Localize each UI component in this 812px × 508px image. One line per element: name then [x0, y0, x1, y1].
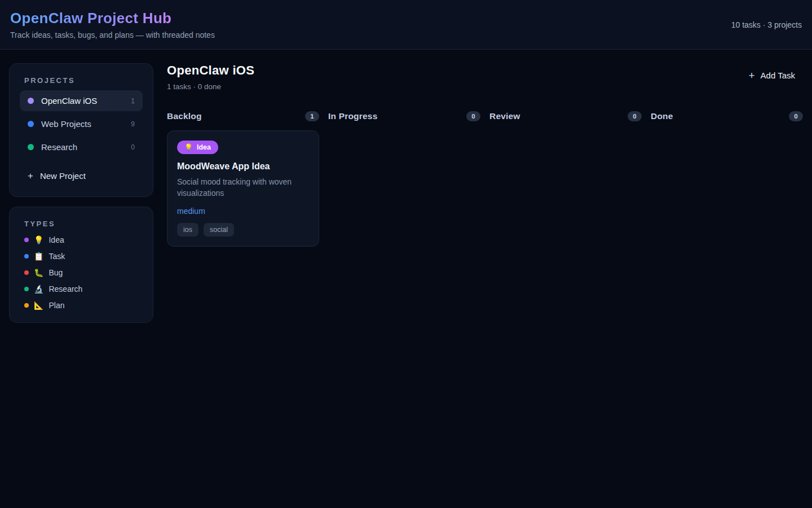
board-header: OpenClaw iOS 1 tasks · 0 done + Add Task [167, 63, 803, 91]
type-item-bug: 🐛 Bug [20, 268, 143, 277]
board: OpenClaw iOS 1 tasks · 0 done + Add Task… [167, 63, 803, 247]
column-backlog: Backlog 1 💡 Idea MoodWeave App Idea Soci… [167, 111, 319, 247]
plus-icon: + [28, 171, 33, 181]
type-label: Research [48, 284, 82, 294]
lightbulb-icon: 💡 [34, 236, 43, 244]
app-subtitle: Track ideas, tasks, bugs, and plans — wi… [10, 30, 215, 40]
type-item-research: 🔬 Research [20, 284, 143, 294]
project-name: Research [41, 142, 77, 152]
app-header: OpenClaw Project Hub Track ideas, tasks,… [0, 0, 812, 50]
type-label: Plan [48, 301, 64, 310]
project-name: Web Projects [41, 119, 91, 129]
project-count: 9 [131, 120, 135, 128]
column-name: Done [651, 111, 673, 121]
sidebar-item-web-projects[interactable]: Web Projects 9 [20, 113, 143, 134]
app-header-left: OpenClaw Project Hub Track ideas, tasks,… [10, 10, 215, 40]
tag: ios [177, 223, 198, 237]
types-panel: TYPES 💡 Idea 📋 Task 🐛 Bug 🔬 Research [9, 207, 153, 323]
triangle-ruler-icon: 📐 [34, 301, 43, 309]
board-title: OpenClaw iOS [167, 63, 254, 78]
project-name: OpenClaw iOS [41, 96, 97, 106]
column-header: Backlog 1 [167, 111, 319, 121]
column-count-badge: 1 [305, 111, 319, 121]
type-color-dot [24, 254, 29, 259]
tag: social [204, 223, 234, 237]
column-count-badge: 0 [628, 111, 642, 121]
column-header: Review 0 [489, 111, 642, 121]
clipboard-icon: 📋 [34, 252, 43, 260]
card-title: MoodWeave App Idea [177, 161, 309, 172]
sidebar-item-openclaw-ios[interactable]: OpenClaw iOS 1 [20, 90, 143, 111]
lightbulb-icon: 💡 [184, 144, 193, 151]
board-subtitle: 1 tasks · 0 done [167, 82, 254, 91]
project-count: 1 [131, 97, 135, 105]
column-name: Review [489, 111, 520, 121]
type-color-dot [24, 303, 29, 308]
type-label: Bug [48, 268, 63, 277]
column-done: Done 0 [651, 111, 803, 247]
projects-heading: PROJECTS [24, 76, 138, 85]
column-name: In Progress [328, 111, 377, 121]
bug-icon: 🐛 [34, 269, 43, 277]
task-card-moodweave[interactable]: 💡 Idea MoodWeave App Idea Social mood tr… [167, 130, 319, 247]
project-color-dot [28, 121, 34, 127]
type-item-idea: 💡 Idea [20, 235, 143, 244]
column-in-progress: In Progress 0 [328, 111, 480, 247]
type-color-dot [24, 238, 29, 242]
type-label: Idea [48, 235, 64, 244]
projects-panel: PROJECTS OpenClaw iOS 1 Web Projects 9 R… [9, 63, 153, 197]
sidebar-item-research[interactable]: Research 0 [20, 137, 143, 157]
type-color-dot [24, 287, 29, 291]
sidebar: PROJECTS OpenClaw iOS 1 Web Projects 9 R… [9, 63, 153, 323]
project-count: 0 [131, 143, 135, 151]
type-badge-label: Idea [197, 143, 211, 151]
app-stats: 10 tasks · 3 projects [731, 20, 802, 29]
content-area: PROJECTS OpenClaw iOS 1 Web Projects 9 R… [0, 50, 812, 323]
column-count-badge: 0 [789, 111, 803, 121]
board-header-left: OpenClaw iOS 1 tasks · 0 done [167, 63, 254, 91]
types-heading: TYPES [24, 220, 138, 228]
add-task-label: Add Task [761, 71, 795, 80]
column-count-badge: 0 [466, 111, 480, 121]
kanban-columns: Backlog 1 💡 Idea MoodWeave App Idea Soci… [167, 111, 803, 247]
type-item-plan: 📐 Plan [20, 301, 143, 310]
app-title: OpenClaw Project Hub [10, 10, 171, 27]
type-label: Task [48, 252, 65, 261]
type-item-task: 📋 Task [20, 252, 143, 261]
column-header: Done 0 [651, 111, 803, 121]
project-color-dot [28, 98, 34, 104]
card-description: Social mood tracking with woven visualiz… [177, 176, 300, 199]
column-name: Backlog [167, 111, 202, 121]
new-project-button[interactable]: + New Project [20, 168, 94, 184]
column-header: In Progress 0 [328, 111, 480, 121]
type-color-dot [24, 270, 29, 275]
card-priority: medium [177, 207, 309, 216]
plus-icon: + [748, 70, 754, 81]
microscope-icon: 🔬 [34, 285, 43, 293]
new-project-label: New Project [40, 171, 86, 181]
project-color-dot [28, 144, 34, 150]
add-task-button[interactable]: + Add Task [748, 70, 795, 81]
column-review: Review 0 [489, 111, 642, 247]
card-tags: ios social [177, 223, 309, 237]
type-badge-idea: 💡 Idea [177, 141, 218, 154]
